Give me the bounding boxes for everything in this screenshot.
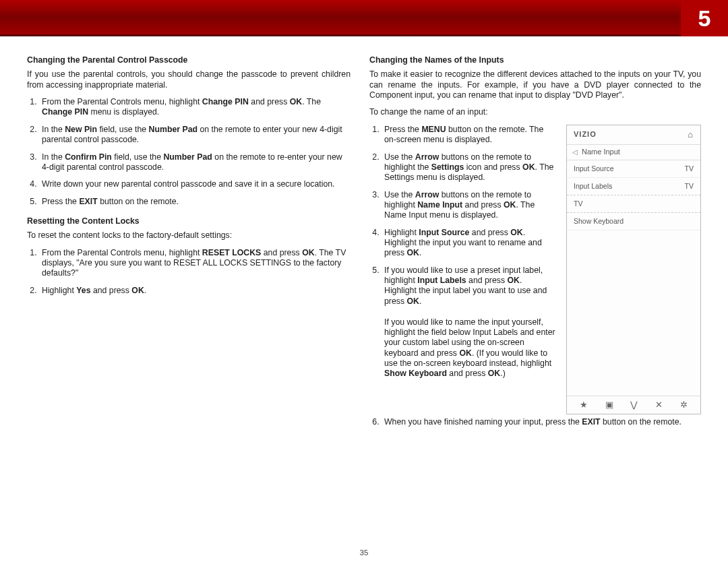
section-change-passcode: Changing the Parental Control Passcode I… (27, 55, 351, 207)
lead-rename-inputs: To change the name of an input: (369, 107, 701, 117)
tv-row-input-source: Input Source TV (567, 160, 700, 178)
tv-row-input-labels: Input Labels TV (567, 178, 700, 195)
tv-osd-footer: ★ ▣ ⋁ ✕ ✲ (567, 396, 700, 414)
star-icon: ★ (580, 400, 588, 410)
step: From the Parental Controls menu, highlig… (39, 248, 351, 279)
steps-change-passcode: From the Parental Controls menu, highlig… (39, 97, 351, 207)
tv-row-show-keyboard: Show Keyboard (567, 213, 700, 230)
steps-rename-inputs-cont: When you have finished naming your input… (382, 417, 701, 427)
tv-row-label: Input Labels (574, 182, 612, 191)
section-reset-locks: Resetting the Content Locks To reset the… (27, 216, 351, 296)
gear-icon: ✲ (680, 400, 688, 410)
steps-rename-text: Press the MENU button on the remote. The… (369, 125, 555, 414)
tv-osd-spacer (567, 230, 700, 395)
step: If you would like to use a preset input … (382, 266, 555, 379)
tv-brand-logo: VIZIO (574, 130, 597, 139)
tv-osd-title: Name Input (582, 148, 620, 157)
page-number: 35 (0, 549, 728, 557)
step: From the Parental Controls menu, highlig… (39, 97, 351, 118)
chapter-number-tab: 5 (681, 0, 728, 36)
tv-row-value: TV (685, 182, 694, 191)
right-column: Changing the Names of the Inputs To make… (369, 55, 701, 437)
step: Highlight Input Source and press OK. Hig… (382, 228, 555, 259)
step: Use the Arrow buttons on the remote to h… (382, 152, 555, 183)
chapter-header-bar: 5 (0, 0, 728, 36)
steps-rename-inputs: Press the MENU button on the remote. The… (382, 125, 555, 379)
heading-rename-inputs: Changing the Names of the Inputs (369, 55, 701, 65)
step: In the New Pin field, use the Number Pad… (39, 125, 351, 146)
intro-reset-locks: To reset the content locks to the factor… (27, 230, 351, 241)
heading-reset-locks: Resetting the Content Locks (27, 216, 351, 226)
page-body: Changing the Parental Control Passcode I… (0, 36, 728, 443)
tv-row-value: TV (685, 164, 694, 173)
tv-row-label: Show Keyboard (574, 217, 624, 226)
tv-osd-header: VIZIO ⌂ (567, 125, 700, 145)
right-split: Press the MENU button on the remote. The… (369, 125, 701, 414)
tv-row-label: Input Source (574, 164, 614, 173)
intro-change-passcode: If you use the parental controls, you sh… (27, 69, 351, 90)
heading-change-passcode: Changing the Parental Control Passcode (27, 55, 351, 65)
close-icon: ✕ (655, 400, 663, 410)
home-icon: ⌂ (688, 129, 694, 140)
step: Use the Arrow buttons on the remote to h… (382, 190, 555, 221)
step: Write down your new parental control pas… (39, 179, 351, 189)
intro-rename-inputs: To make it easier to recognize the diffe… (369, 69, 701, 100)
back-icon: ◁ (572, 148, 578, 157)
steps-reset-locks: From the Parental Controls menu, highlig… (39, 248, 351, 296)
step: When you have finished naming your input… (382, 417, 701, 427)
v-icon: ⋁ (630, 400, 638, 410)
left-column: Changing the Parental Control Passcode I… (27, 55, 351, 437)
section-rename-inputs: Changing the Names of the Inputs To make… (369, 55, 701, 427)
tv-row-label: TV (574, 199, 582, 208)
tv-osd-breadcrumb: ◁ Name Input (567, 145, 700, 160)
pip-icon: ▣ (605, 400, 613, 410)
step: Highlight Yes and press OK. (39, 286, 351, 296)
step: In the Confirm Pin field, use the Number… (39, 152, 351, 173)
tv-osd-panel: VIZIO ⌂ ◁ Name Input Input Source TV Inp… (566, 125, 701, 414)
step: Press the MENU button on the remote. The… (382, 125, 555, 146)
step: Press the EXIT button on the remote. (39, 197, 351, 207)
tv-row-custom-label: TV (567, 195, 700, 213)
